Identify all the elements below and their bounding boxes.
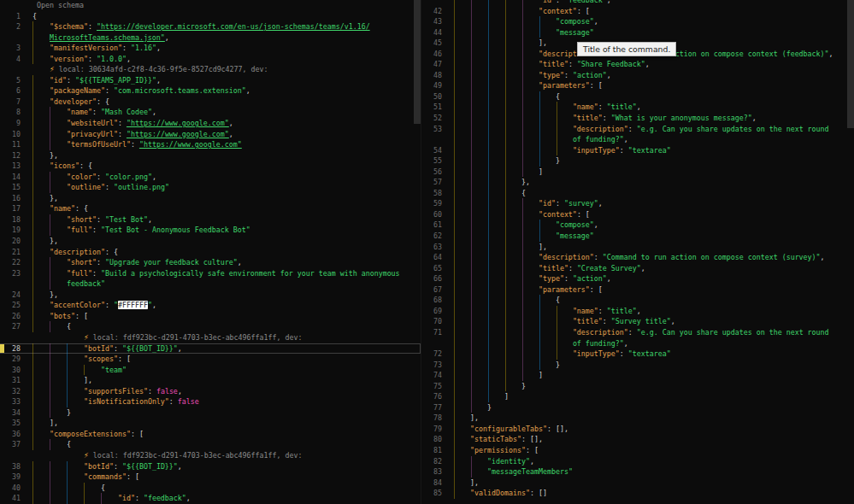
code-row[interactable]: 51 "name": "title",: [421, 102, 854, 113]
code-line[interactable]: "compose",: [453, 220, 598, 229]
code-row[interactable]: 47 "title": "Share Feedback",: [421, 59, 854, 70]
code-row[interactable]: 83 "messageTeamMembers": [421, 466, 854, 478]
line-number[interactable]: 30: [0, 365, 21, 376]
line-number[interactable]: 18: [0, 214, 21, 226]
line-number[interactable]: 22: [0, 257, 21, 268]
line-number[interactable]: 44: [421, 27, 442, 38]
code-line[interactable]: },: [32, 237, 58, 245]
code-line[interactable]: {: [32, 12, 37, 21]
code-line[interactable]: "id": "feedback",: [32, 494, 191, 502]
line-number[interactable]: 27: [0, 321, 21, 332]
code-line[interactable]: "staticTabs": [],: [453, 435, 543, 443]
code-row[interactable]: 1{: [0, 11, 421, 22]
code-line[interactable]: "name": "title",: [453, 307, 641, 315]
line-number[interactable]: 61: [421, 220, 442, 231]
code-row[interactable]: 11 "termsOfUseUrl": "https://www.google.…: [0, 139, 421, 150]
code-line[interactable]: "manifestVersion": "1.16",: [32, 44, 161, 52]
code-row[interactable]: 74 ]: [421, 370, 854, 381]
code-line[interactable]: "id": "survey",: [453, 199, 603, 208]
code-row[interactable]: 12 },: [0, 150, 421, 161]
code-line[interactable]: "parameters": [: [453, 285, 603, 294]
line-number[interactable]: 66: [421, 273, 442, 284]
line-number[interactable]: 72: [421, 349, 442, 360]
line-number[interactable]: 2: [0, 21, 21, 32]
codelens-row[interactable]: ⚡ local: 30634afd-c2f8-4c36-9f5e-8527cd9…: [0, 64, 421, 75]
code-line[interactable]: "websiteUrl": "https://www.google.com",: [32, 119, 233, 127]
line-number[interactable]: 17: [0, 203, 21, 214]
code-row[interactable]: 41 "id": "feedback",: [0, 493, 421, 504]
code-row[interactable]: 26 "bots": [: [0, 311, 421, 322]
code-row[interactable]: 19 "full": "Test Bot - Anonymous Feedbac…: [0, 225, 421, 236]
line-number[interactable]: 79: [421, 424, 442, 435]
line-number[interactable]: 65: [421, 263, 442, 274]
code-row[interactable]: 10 "privacyUrl": "https://www.google.com…: [0, 129, 421, 140]
code-line[interactable]: "type": "action",: [453, 71, 611, 79]
codelens-link[interactable]: ⚡ local: fdf923bc-d291-4703-b3ec-abc496f…: [32, 451, 303, 460]
code-line[interactable]: "identity",: [453, 457, 534, 466]
code-row[interactable]: 54 "inputType": "textarea": [421, 145, 854, 156]
code-line[interactable]: {: [453, 296, 560, 304]
line-number[interactable]: 74: [421, 370, 442, 381]
line-number[interactable]: 77: [421, 402, 442, 413]
line-number[interactable]: 4: [0, 54, 21, 65]
code-row[interactable]: 39 "commands": [: [0, 472, 421, 483]
code-line[interactable]: ],: [453, 478, 479, 487]
code-line[interactable]: {: [32, 322, 71, 331]
line-number[interactable]: 7: [0, 97, 21, 108]
line-number[interactable]: 48: [421, 70, 442, 81]
code-line[interactable]: "description": "e.g. Can you share updat…: [453, 328, 829, 337]
line-number[interactable]: 56: [421, 167, 442, 178]
code-line[interactable]: }: [453, 156, 560, 165]
line-number[interactable]: 34: [0, 407, 21, 419]
line-number[interactable]: 40: [0, 483, 21, 494]
codelens-row[interactable]: Open schema: [0, 0, 421, 11]
code-row[interactable]: 5 "id": "${{TEAMS_APP_ID}}",: [0, 75, 421, 86]
code-line[interactable]: "packageName": "com.microsoft.teams.exte…: [32, 86, 250, 95]
code-row[interactable]: 82 "identity",: [421, 456, 854, 467]
scrollbar-thumb[interactable]: [847, 0, 854, 128]
line-number[interactable]: 35: [0, 418, 21, 429]
code-line[interactable]: "accentColor": "#FFFFFF",: [32, 301, 156, 309]
line-number[interactable]: 55: [421, 155, 442, 167]
code-row[interactable]: 14 "color": "color.png",: [0, 172, 421, 183]
code-line[interactable]: "description": "e.g. Can you share updat…: [453, 125, 829, 133]
codelens-link[interactable]: ⚡ local: 30634afd-c2f8-4c36-9f5e-8527cd9…: [32, 65, 268, 73]
code-row[interactable]: 75 }: [421, 381, 854, 392]
code-row[interactable]: 42 "context": [: [421, 6, 854, 17]
line-number[interactable]: 19: [0, 225, 21, 236]
code-row[interactable]: MicrosoftTeams.schema.json",: [0, 32, 421, 44]
code-row[interactable]: 72 "inputType": "textarea": [421, 349, 854, 360]
line-number[interactable]: 3: [0, 43, 21, 54]
code-line[interactable]: "configurableTabs": [],: [453, 425, 568, 433]
code-line[interactable]: "full": "Test Bot - Anonymous Feedback B…: [32, 226, 250, 234]
code-row[interactable]: 38 "botId": "${{BOT_ID}}",: [0, 461, 421, 472]
line-number[interactable]: 58: [421, 188, 442, 199]
code-row[interactable]: 66 "type": "action",: [421, 273, 854, 284]
code-line[interactable]: ]: [453, 392, 509, 401]
line-number[interactable]: 12: [0, 150, 21, 161]
code-line[interactable]: "supportsFiles": false,: [32, 387, 182, 396]
code-line[interactable]: "scopes": [: [32, 355, 131, 363]
line-number[interactable]: 23: [0, 268, 21, 279]
line-number[interactable]: 62: [421, 231, 442, 242]
code-line[interactable]: ]: [453, 371, 543, 379]
line-number[interactable]: 13: [0, 161, 21, 172]
codelens-link[interactable]: ⚡ local: fdf923bc-d291-4703-b3ec-abc496f…: [32, 333, 303, 342]
code-line[interactable]: "name": "title",: [453, 103, 641, 111]
line-number[interactable]: 53: [421, 124, 442, 135]
code-line[interactable]: "description": {: [32, 248, 118, 256]
line-number[interactable]: 38: [0, 461, 21, 472]
code-row[interactable]: 77 }: [421, 402, 854, 413]
code-line[interactable]: }: [453, 382, 526, 390]
code-row[interactable]: 37 {: [0, 439, 421, 450]
code-line[interactable]: "version": "1.0.0",: [32, 55, 131, 63]
code-line[interactable]: "message": [453, 28, 594, 37]
code-row[interactable]: 58 {: [421, 188, 854, 199]
line-number[interactable]: 76: [421, 391, 442, 402]
code-row[interactable]: 52 "title": "What is your anonymous mess…: [421, 113, 854, 124]
code-row[interactable]: feedback": [0, 278, 421, 290]
code-line[interactable]: "inputType": "textarea": [453, 146, 671, 155]
line-number[interactable]: 43: [421, 16, 442, 27]
line-number[interactable]: 29: [0, 354, 21, 365]
line-number[interactable]: 68: [421, 295, 442, 306]
